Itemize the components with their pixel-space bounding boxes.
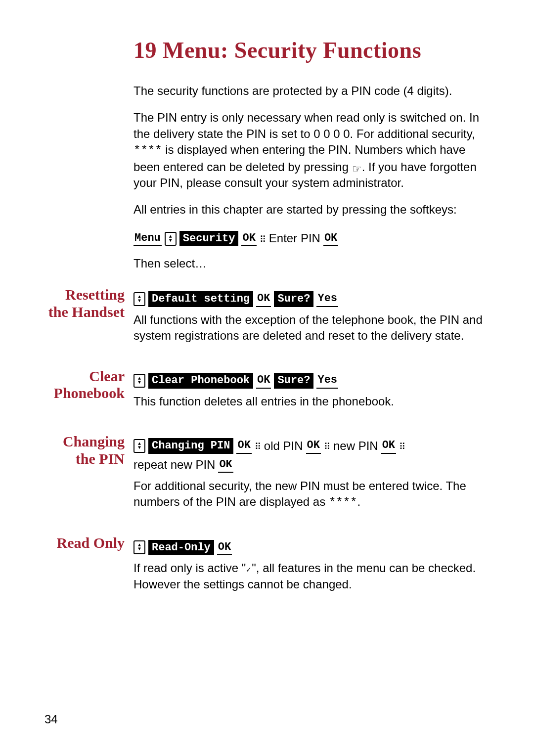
pin-body: For additional security, the new PIN mus…	[134, 478, 485, 511]
new-pin-text: new PIN	[333, 438, 378, 454]
keypad-icon: ⠿	[260, 235, 266, 244]
chapter-number: 19	[134, 38, 157, 63]
softkey-sure: Sure?	[274, 373, 313, 389]
keypad-icon: ⠿	[255, 443, 261, 451]
enter-pin-text: Enter PIN	[269, 230, 320, 246]
clear-heading: Clear Phonebook	[44, 368, 134, 402]
arrow-updown-icon: ▲▼	[165, 232, 177, 246]
old-pin-text: old PIN	[264, 438, 303, 454]
intro-p1: The security functions are protected by …	[134, 83, 485, 99]
softkey-ok: OK	[323, 231, 338, 247]
chapter-title: 19 Menu: Security Functions	[134, 37, 485, 63]
keypad-icon: ⠿	[399, 443, 405, 451]
then-select: Then select…	[134, 256, 485, 271]
readonly-body: If read only is active "✓", all features…	[134, 560, 485, 592]
softkey-ok: OK	[217, 540, 232, 556]
softkey-read-only: Read-Only	[148, 540, 214, 556]
intro-p2: The PIN entry is only necessary when rea…	[134, 110, 485, 191]
reset-heading: Resetting the Handset	[44, 286, 134, 320]
softkey-yes: Yes	[316, 373, 338, 389]
readonly-heading: Read Only	[44, 534, 134, 552]
page-number: 34	[44, 712, 58, 726]
manual-page: 19 Menu: Security Functions The security…	[0, 0, 534, 756]
softkey-default-setting: Default setting	[148, 291, 253, 307]
chapter-name: Menu: Security Functions	[163, 38, 421, 63]
stars-icon: ****	[329, 496, 357, 509]
pin-heading: Changing the PIN	[44, 433, 134, 467]
softkey-sure: Sure?	[274, 291, 313, 307]
reset-body: All functions with the exception of the …	[134, 312, 485, 344]
softkey-ok: OK	[256, 373, 271, 389]
section-reset: Resetting the Handset ▲▼ Default setting…	[44, 286, 485, 353]
arrow-updown-icon: ▲▼	[134, 540, 145, 554]
softkey-ok: OK	[236, 438, 251, 454]
reset-sequence: ▲▼ Default setting OK Sure? Yes	[134, 291, 338, 307]
softkey-ok: OK	[241, 231, 256, 247]
readonly-sequence: ▲▼ Read-Only OK	[134, 540, 232, 556]
clear-sequence: ▲▼ Clear Phonebook OK Sure? Yes	[134, 373, 338, 389]
stars-icon: ****	[134, 144, 162, 157]
pin-sequence: ▲▼ Changing PIN OK ⠿ old PIN OK ⠿ new PI…	[134, 438, 485, 473]
softkey-sequence: Menu ▲▼ Security OK ⠿ Enter PIN OK	[134, 230, 338, 246]
softkey-ok: OK	[256, 291, 271, 307]
keypad-icon: ⠿	[324, 443, 330, 451]
arrow-updown-icon: ▲▼	[134, 374, 145, 388]
section-pin: Changing the PIN ▲▼ Changing PIN OK ⠿ ol…	[44, 433, 485, 520]
hook-icon: ☞	[352, 162, 362, 177]
softkey-ok: OK	[381, 438, 396, 454]
checkmark-icon: ✓	[246, 566, 252, 574]
softkey-yes: Yes	[316, 291, 338, 307]
softkey-clear-phonebook: Clear Phonebook	[148, 373, 253, 389]
intro-body: The security functions are protected by …	[134, 83, 485, 271]
arrow-updown-icon: ▲▼	[134, 439, 145, 453]
section-readonly: Read Only ▲▼ Read-Only OK If read only i…	[44, 534, 485, 601]
intro-p3: All entries in this chapter are started …	[134, 202, 485, 218]
clear-body: This function deletes all entries in the…	[134, 394, 485, 409]
softkey-changing-pin: Changing PIN	[148, 438, 233, 454]
softkey-ok: OK	[218, 457, 233, 473]
softkey-menu: Menu	[134, 231, 162, 247]
section-clear: Clear Phonebook ▲▼ Clear Phonebook OK Su…	[44, 368, 485, 418]
arrow-updown-icon: ▲▼	[134, 292, 145, 306]
softkey-ok: OK	[306, 438, 321, 454]
repeat-pin-text: repeat new PIN	[134, 457, 215, 473]
softkey-security: Security	[179, 231, 239, 247]
